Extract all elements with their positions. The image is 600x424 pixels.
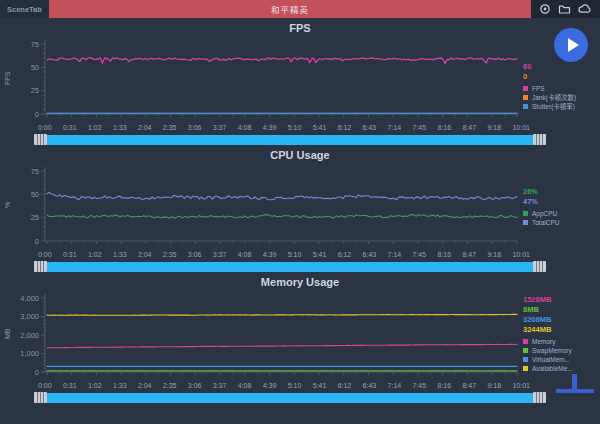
- svg-text:0: 0: [35, 110, 39, 119]
- x-tick-label: 3:37: [213, 251, 227, 258]
- x-tick-label: 0:00: [38, 382, 52, 389]
- x-tick-label: 8:16: [438, 251, 452, 258]
- x-tick-label: 5:41: [313, 251, 327, 258]
- svg-text:25: 25: [31, 213, 39, 222]
- x-tick-label: 7:14: [388, 382, 402, 389]
- svg-text:50: 50: [31, 63, 39, 72]
- chart-title: FPS: [0, 20, 600, 36]
- x-tick-label: 2:35: [163, 382, 177, 389]
- legend-label: AppCPU: [532, 210, 557, 217]
- x-tick-label: 8:16: [438, 382, 452, 389]
- scene-tab-label[interactable]: SceneTab: [0, 0, 49, 18]
- scrollbar-right-handle[interactable]: [533, 134, 546, 145]
- time-range-scrollbar[interactable]: [34, 134, 546, 145]
- legend-item[interactable]: Stutter(卡顿率): [523, 103, 600, 110]
- x-tick-label: 7:45: [413, 382, 427, 389]
- svg-text:0: 0: [35, 237, 39, 246]
- x-tick-label: 2:04: [138, 124, 152, 131]
- x-tick-label: 2:35: [163, 124, 177, 131]
- x-tick-label: 0:00: [38, 124, 52, 131]
- x-tick-label: 0:31: [63, 124, 77, 131]
- location-icon[interactable]: [539, 3, 551, 15]
- legend-swatch: [523, 104, 528, 109]
- scrollbar-right-handle[interactable]: [533, 392, 546, 403]
- value-readout: 26%: [523, 187, 600, 196]
- svg-text:1,000: 1,000: [20, 349, 39, 358]
- chart-title: Memory Usage: [0, 274, 600, 290]
- legend-item[interactable]: Jank(卡顿次数): [523, 94, 600, 101]
- scrollbar-left-handle[interactable]: [34, 392, 47, 403]
- value-readout: 47%: [523, 197, 600, 206]
- x-tick-label: 2:35: [163, 251, 177, 258]
- scrollbar-track[interactable]: [47, 262, 533, 272]
- cloud-icon[interactable]: [578, 3, 592, 15]
- x-tick-label: 1:33: [113, 124, 127, 131]
- current-values: 1528MB8MB3208MB3244MB: [523, 295, 600, 334]
- scrollbar-left-handle[interactable]: [34, 261, 47, 272]
- svg-text:50: 50: [31, 190, 39, 199]
- active-scene-tab[interactable]: 和平精英: [49, 0, 531, 18]
- legend-swatch: [523, 357, 528, 362]
- time-axis-labels: 0:000:311:021:332:042:353:063:374:084:39…: [38, 247, 530, 261]
- x-tick-label: 10:01: [512, 124, 530, 131]
- x-tick-label: 1:33: [113, 382, 127, 389]
- x-tick-label: 0:31: [63, 251, 77, 258]
- x-tick-label: 3:37: [213, 124, 227, 131]
- x-tick-label: 1:02: [88, 251, 102, 258]
- value-readout: 3208MB: [523, 315, 600, 324]
- legend-item[interactable]: VirtualMem...: [523, 356, 600, 363]
- x-tick-label: 1:33: [113, 251, 127, 258]
- x-tick-label: 7:14: [388, 124, 402, 131]
- legend-swatch: [523, 95, 528, 100]
- value-readout: 60: [523, 62, 600, 71]
- x-tick-label: 4:39: [263, 124, 277, 131]
- x-tick-label: 6:12: [338, 124, 352, 131]
- svg-text:25: 25: [31, 86, 39, 95]
- x-tick-label: 5:41: [313, 382, 327, 389]
- svg-text:75: 75: [31, 167, 39, 176]
- play-button[interactable]: [554, 28, 588, 62]
- legend-item[interactable]: SwapMemory: [523, 347, 600, 354]
- x-tick-label: 4:08: [238, 382, 252, 389]
- x-tick-label: 5:10: [288, 382, 302, 389]
- legend-swatch: [523, 220, 528, 225]
- time-range-scrollbar[interactable]: [34, 261, 546, 272]
- legend-item[interactable]: FPS: [523, 85, 600, 92]
- scrollbar-track[interactable]: [47, 393, 533, 403]
- x-tick-label: 6:12: [338, 251, 352, 258]
- legend-item[interactable]: AppCPU: [523, 210, 600, 217]
- scrollbar-left-handle[interactable]: [34, 134, 47, 145]
- legend-label: Memory: [532, 338, 555, 345]
- x-tick-label: 1:02: [88, 382, 102, 389]
- legend-swatch: [523, 339, 528, 344]
- x-tick-label: 3:06: [188, 382, 202, 389]
- cpu-legend: AppCPUTotalCPU: [523, 210, 600, 226]
- x-tick-label: 1:02: [88, 124, 102, 131]
- legend-item[interactable]: Memory: [523, 338, 600, 345]
- top-bar: SceneTab 和平精英: [0, 0, 600, 18]
- chart-title: CPU Usage: [0, 147, 600, 163]
- x-tick-label: 6:43: [363, 251, 377, 258]
- time-range-scrollbar[interactable]: [34, 392, 546, 403]
- memory-side-panel: 1528MB8MB3208MB3244MB MemorySwapMemoryVi…: [519, 290, 600, 378]
- x-tick-label: 8:16: [438, 124, 452, 131]
- time-marker-tool[interactable]: [556, 374, 594, 393]
- legend-item[interactable]: AvailableMe...: [523, 365, 600, 372]
- value-readout: 3244MB: [523, 325, 600, 334]
- fps-legend: FPSJank(卡顿次数)Stutter(卡顿率): [523, 85, 600, 110]
- svg-text:0: 0: [35, 368, 39, 377]
- legend-label: TotalCPU: [532, 219, 559, 226]
- value-readout: 0: [523, 72, 600, 81]
- x-tick-label: 8:47: [462, 124, 476, 131]
- memory-legend: MemorySwapMemoryVirtualMem...AvailableMe…: [523, 338, 600, 372]
- cpu-chart-section: CPU Usage % 0255075 26%47% AppCPUTotalCP…: [0, 147, 600, 272]
- play-icon: [568, 38, 579, 52]
- y-axis-label: MB: [0, 290, 14, 378]
- x-tick-label: 9:18: [487, 382, 501, 389]
- folder-icon[interactable]: [558, 3, 571, 15]
- scrollbar-track[interactable]: [47, 135, 533, 145]
- legend-label: FPS: [532, 85, 545, 92]
- legend-item[interactable]: TotalCPU: [523, 219, 600, 226]
- x-tick-label: 7:45: [413, 251, 427, 258]
- scrollbar-right-handle[interactable]: [533, 261, 546, 272]
